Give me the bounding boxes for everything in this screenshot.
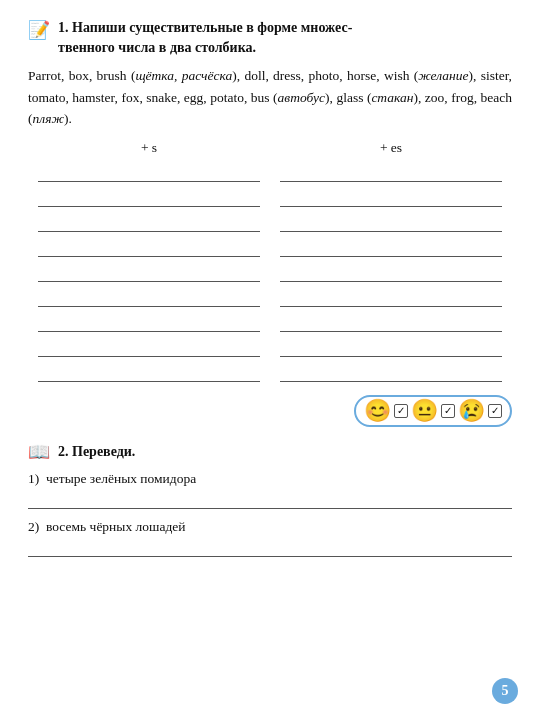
item-number-1: 1) (28, 471, 39, 486)
page-number: 5 (492, 678, 518, 704)
translate-answer-line-2[interactable] (28, 537, 512, 557)
write-line[interactable] (38, 260, 260, 282)
col2-header: + es (280, 140, 502, 156)
write-line[interactable] (280, 260, 502, 282)
rating-area: 😊 ✓ 😐 ✓ 😢 ✓ (28, 395, 512, 427)
col1-header: + s (38, 140, 260, 156)
write-line[interactable] (280, 160, 502, 182)
task2-icon: 📖 (28, 441, 50, 463)
task2-title: 2. Переведи. (58, 444, 135, 460)
emoji-sad: 😢 (458, 400, 485, 422)
write-line[interactable] (280, 310, 502, 332)
emoji-neutral: 😐 (411, 400, 438, 422)
write-line[interactable] (38, 285, 260, 307)
write-line[interactable] (280, 335, 502, 357)
page: 📝 1. Напиши существительные в форме множ… (0, 0, 540, 720)
translate-text-1: 1) четыре зелёных помидора (28, 471, 512, 487)
translate-answer-line-1[interactable] (28, 489, 512, 509)
task1-header: 📝 1. Напиши существительные в форме множ… (28, 18, 512, 57)
write-line[interactable] (38, 235, 260, 257)
write-line[interactable] (38, 185, 260, 207)
write-line[interactable] (38, 160, 260, 182)
checkbox-sad[interactable]: ✓ (488, 404, 502, 418)
item-text-2: восемь чёрных лошадей (43, 519, 186, 534)
write-line[interactable] (280, 210, 502, 232)
columns-area: + s + es (28, 140, 512, 385)
item-number-2: 2) (28, 519, 39, 534)
translate-text-2: 2) восемь чёрных лошадей (28, 519, 512, 535)
translate-item-2: 2) восемь чёрных лошадей (28, 519, 512, 557)
emoji-happy: 😊 (364, 400, 391, 422)
write-line[interactable] (38, 335, 260, 357)
task1-body: Parrot, box, brush (щётка, расчёска), do… (28, 65, 512, 130)
task1-icon: 📝 (28, 19, 50, 41)
item-text-1: четыре зелёных помидора (43, 471, 197, 486)
emoji-rating-box: 😊 ✓ 😐 ✓ 😢 ✓ (354, 395, 512, 427)
write-line[interactable] (280, 285, 502, 307)
checkbox-neutral[interactable]: ✓ (441, 404, 455, 418)
checkbox-happy[interactable]: ✓ (394, 404, 408, 418)
column-plus-es: + es (270, 140, 512, 385)
write-line[interactable] (280, 235, 502, 257)
write-line[interactable] (280, 185, 502, 207)
translate-item-1: 1) четыре зелёных помидора (28, 471, 512, 509)
write-line[interactable] (38, 310, 260, 332)
task1-title: 1. Напиши существительные в форме множес… (58, 18, 352, 57)
task2-header: 📖 2. Переведи. (28, 441, 512, 463)
column-plus-s: + s (28, 140, 270, 385)
write-line[interactable] (280, 360, 502, 382)
write-line[interactable] (38, 210, 260, 232)
write-line[interactable] (38, 360, 260, 382)
